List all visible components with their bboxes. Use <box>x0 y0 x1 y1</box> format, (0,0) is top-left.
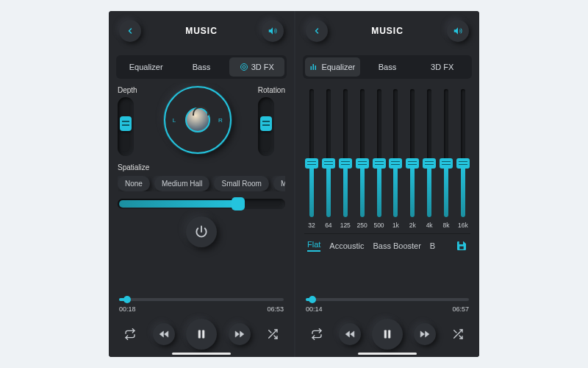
repeat-button[interactable] <box>119 323 141 345</box>
head-icon <box>185 107 210 132</box>
eq-band[interactable]: 125 <box>338 89 353 229</box>
header: MUSIC <box>109 11 294 51</box>
eq-band[interactable]: 500 <box>372 89 387 229</box>
preset-option[interactable]: B <box>430 241 435 250</box>
slider-thumb[interactable] <box>389 158 402 169</box>
pause-icon <box>196 328 207 340</box>
spatial-dial[interactable]: L R <box>164 86 232 154</box>
slider-thumb[interactable] <box>423 158 436 169</box>
eq-band[interactable]: 250 <box>355 89 370 229</box>
eq-band[interactable]: 16k <box>456 89 470 229</box>
save-icon <box>456 240 467 252</box>
player: 00:18 06:53 <box>109 294 294 357</box>
spatialize-option[interactable]: Small Room <box>214 176 268 191</box>
shuffle-icon <box>452 328 464 340</box>
preset-option[interactable]: Flat <box>307 240 320 252</box>
power-button[interactable] <box>186 216 217 247</box>
rotation-control: Rotation <box>258 86 285 156</box>
chevron-left-icon <box>126 26 135 35</box>
back-button[interactable] <box>119 20 141 42</box>
progress-thumb[interactable] <box>309 296 316 303</box>
repeat-icon <box>311 328 323 340</box>
pause-icon <box>381 328 393 340</box>
time-total: 06:57 <box>452 305 469 313</box>
repeat-button[interactable] <box>306 323 328 345</box>
tab-equalizer[interactable]: Equalizer <box>305 57 360 77</box>
time-total: 06:53 <box>267 305 284 313</box>
slider-thumb[interactable] <box>339 158 352 169</box>
progress-bar[interactable] <box>306 298 469 301</box>
svg-rect-18 <box>384 330 387 339</box>
shuffle-button[interactable] <box>262 323 284 345</box>
rewind-icon <box>345 329 355 339</box>
slider-thumb[interactable] <box>232 197 245 210</box>
progress-thumb[interactable] <box>123 296 131 303</box>
screen-3dfx: MUSIC Equalizer Bass 3D FX Depth <box>109 11 294 357</box>
eq-band[interactable]: 32 <box>304 89 319 229</box>
eq-band-hz: 500 <box>373 222 384 229</box>
tab-bass[interactable]: Bass <box>173 57 229 77</box>
forward-button[interactable] <box>229 323 251 345</box>
slider-thumb[interactable] <box>440 158 453 169</box>
eq-band[interactable]: 2k <box>405 89 420 229</box>
pause-button[interactable] <box>372 319 403 350</box>
svg-rect-4 <box>198 330 201 339</box>
shuffle-button[interactable] <box>447 323 469 345</box>
depth-slider[interactable] <box>118 97 134 156</box>
forward-button[interactable] <box>414 323 436 345</box>
pause-button[interactable] <box>186 319 217 350</box>
tab-bass[interactable]: Bass <box>360 57 415 77</box>
home-indicator[interactable] <box>358 353 417 355</box>
depth-label: Depth <box>118 86 137 94</box>
svg-rect-15 <box>459 247 463 250</box>
home-indicator[interactable] <box>172 353 231 355</box>
slider-thumb[interactable] <box>260 116 272 131</box>
equalizer-icon <box>309 63 318 71</box>
eq-band-hz: 2k <box>409 222 416 229</box>
slider-thumb[interactable] <box>356 158 369 169</box>
preset-row[interactable]: FlatAccousticBass BoosterB <box>304 233 470 258</box>
eq-band[interactable]: 64 <box>321 89 336 229</box>
slider-thumb[interactable] <box>120 116 132 131</box>
tab-3dfx[interactable]: 3D FX <box>415 57 470 77</box>
rotation-slider[interactable] <box>258 97 274 156</box>
spatialize-option[interactable]: None <box>118 176 150 191</box>
eq-band-hz: 8k <box>443 222 450 229</box>
player: 00:14 06:57 <box>295 294 479 357</box>
sound-button[interactable] <box>447 20 469 42</box>
rewind-button[interactable] <box>339 323 361 345</box>
save-preset-button[interactable] <box>456 240 467 252</box>
spatialize-option[interactable]: Medium Hall <box>154 176 210 191</box>
eq-band[interactable]: 1k <box>388 89 403 229</box>
spatialize-options[interactable]: NoneMedium HallSmall RoomMed <box>118 176 285 191</box>
eq-band[interactable]: 8k <box>439 89 453 229</box>
svg-marker-7 <box>235 331 239 337</box>
dial-left-label: L <box>173 117 176 124</box>
spatialize-slider[interactable] <box>118 199 285 209</box>
slider-thumb[interactable] <box>305 158 318 169</box>
preset-option[interactable]: Bass Booster <box>373 241 420 250</box>
spatialize-option[interactable]: Med <box>273 176 285 191</box>
slider-thumb[interactable] <box>456 158 470 169</box>
svg-rect-11 <box>311 66 312 70</box>
svg-marker-16 <box>345 331 349 337</box>
tab-equalizer[interactable]: Equalizer <box>118 57 173 77</box>
slider-thumb[interactable] <box>322 158 335 169</box>
svg-line-10 <box>269 330 271 333</box>
eq-sliders: 32641252505001k2k4k8k16k <box>304 89 470 229</box>
rewind-icon <box>159 329 169 339</box>
forward-icon <box>420 329 430 339</box>
tabs: Equalizer Bass 3D FX <box>303 55 472 79</box>
slider-thumb[interactable] <box>373 158 386 169</box>
rewind-button[interactable] <box>153 323 175 345</box>
tab-3dfx[interactable]: 3D FX <box>229 57 284 77</box>
slider-thumb[interactable] <box>406 158 419 169</box>
svg-marker-17 <box>351 331 354 337</box>
sound-button[interactable] <box>262 20 284 42</box>
progress-bar[interactable] <box>119 298 284 301</box>
eq-band-hz: 1k <box>392 222 399 229</box>
preset-option[interactable]: Accoustic <box>329 241 364 250</box>
back-button[interactable] <box>306 20 328 42</box>
eq-band[interactable]: 4k <box>422 89 437 229</box>
eq-band-hz: 32 <box>308 222 315 229</box>
